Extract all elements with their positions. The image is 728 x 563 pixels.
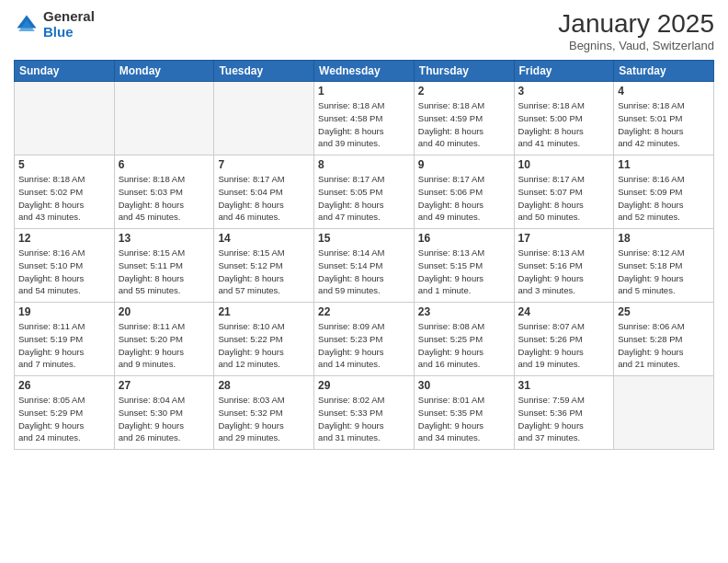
calendar-cell: 19Sunrise: 8:11 AM Sunset: 5:19 PM Dayli… — [15, 303, 115, 376]
calendar-cell: 24Sunrise: 8:07 AM Sunset: 5:26 PM Dayli… — [514, 303, 614, 376]
logo-blue: Blue — [43, 24, 74, 40]
calendar-cell: 8Sunrise: 8:17 AM Sunset: 5:05 PM Daylig… — [314, 155, 415, 229]
day-info: Sunrise: 8:13 AM Sunset: 5:16 PM Dayligh… — [518, 247, 610, 297]
day-info: Sunrise: 8:10 AM Sunset: 5:22 PM Dayligh… — [218, 320, 310, 371]
day-info: Sunrise: 8:17 AM Sunset: 5:04 PM Dayligh… — [218, 173, 310, 224]
day-info: Sunrise: 8:18 AM Sunset: 5:03 PM Dayligh… — [119, 173, 210, 224]
calendar-cell: 22Sunrise: 8:09 AM Sunset: 5:23 PM Dayli… — [314, 303, 415, 376]
day-info: Sunrise: 8:17 AM Sunset: 5:06 PM Dayligh… — [418, 173, 510, 224]
header: General Blue January 2025 Begnins, Vaud,… — [14, 9, 714, 52]
calendar-week-row: 26Sunrise: 8:05 AM Sunset: 5:29 PM Dayli… — [15, 376, 714, 450]
day-info: Sunrise: 8:01 AM Sunset: 5:35 PM Dayligh… — [418, 394, 510, 444]
calendar-cell: 6Sunrise: 8:18 AM Sunset: 5:03 PM Daylig… — [114, 155, 214, 229]
calendar-cell: 3Sunrise: 8:18 AM Sunset: 5:00 PM Daylig… — [514, 82, 614, 155]
day-info: Sunrise: 8:12 AM Sunset: 5:18 PM Dayligh… — [618, 247, 710, 297]
day-number: 3 — [518, 85, 610, 98]
day-of-week-header: Monday — [114, 61, 214, 82]
day-number: 20 — [119, 305, 210, 318]
calendar-week-row: 5Sunrise: 8:18 AM Sunset: 5:02 PM Daylig… — [15, 155, 714, 229]
calendar-cell: 28Sunrise: 8:03 AM Sunset: 5:32 PM Dayli… — [214, 376, 314, 450]
day-info: Sunrise: 8:09 AM Sunset: 5:23 PM Dayligh… — [318, 320, 410, 371]
calendar-cell: 15Sunrise: 8:14 AM Sunset: 5:14 PM Dayli… — [314, 229, 415, 303]
logo: General Blue — [14, 9, 95, 40]
day-info: Sunrise: 8:11 AM Sunset: 5:20 PM Dayligh… — [119, 320, 210, 371]
day-of-week-header: Tuesday — [214, 61, 314, 82]
day-number: 1 — [318, 85, 410, 98]
day-number: 19 — [18, 305, 110, 318]
day-info: Sunrise: 8:03 AM Sunset: 5:32 PM Dayligh… — [218, 394, 310, 444]
day-info: Sunrise: 8:18 AM Sunset: 4:59 PM Dayligh… — [418, 99, 510, 150]
day-number: 18 — [618, 232, 710, 245]
calendar-cell: 27Sunrise: 8:04 AM Sunset: 5:30 PM Dayli… — [114, 376, 214, 450]
day-info: Sunrise: 8:16 AM Sunset: 5:09 PM Dayligh… — [618, 173, 710, 224]
calendar-cell — [15, 82, 115, 155]
logo-general: General — [43, 8, 95, 24]
day-number: 28 — [218, 379, 310, 392]
day-number: 4 — [618, 85, 710, 98]
calendar-cell: 17Sunrise: 8:13 AM Sunset: 5:16 PM Dayli… — [514, 229, 614, 303]
logo-icon — [14, 12, 40, 38]
day-info: Sunrise: 8:18 AM Sunset: 5:02 PM Dayligh… — [18, 173, 110, 224]
day-info: Sunrise: 8:11 AM Sunset: 5:19 PM Dayligh… — [18, 320, 110, 371]
day-number: 13 — [119, 232, 210, 245]
day-number: 30 — [418, 379, 510, 392]
day-number: 22 — [318, 305, 410, 318]
calendar-week-row: 12Sunrise: 8:16 AM Sunset: 5:10 PM Dayli… — [15, 229, 714, 303]
day-of-week-header: Friday — [514, 61, 614, 82]
calendar-cell: 23Sunrise: 8:08 AM Sunset: 5:25 PM Dayli… — [414, 303, 514, 376]
day-number: 29 — [318, 379, 410, 392]
calendar-cell: 20Sunrise: 8:11 AM Sunset: 5:20 PM Dayli… — [114, 303, 214, 376]
day-number: 11 — [618, 158, 710, 171]
day-info: Sunrise: 8:08 AM Sunset: 5:25 PM Dayligh… — [418, 320, 510, 371]
day-of-week-header: Saturday — [614, 61, 714, 82]
calendar-cell: 2Sunrise: 8:18 AM Sunset: 4:59 PM Daylig… — [414, 82, 514, 155]
calendar-cell: 4Sunrise: 8:18 AM Sunset: 5:01 PM Daylig… — [614, 82, 714, 155]
day-number: 7 — [218, 158, 310, 171]
day-info: Sunrise: 8:04 AM Sunset: 5:30 PM Dayligh… — [119, 394, 210, 444]
day-number: 26 — [18, 379, 110, 392]
day-number: 10 — [518, 158, 610, 171]
day-info: Sunrise: 8:13 AM Sunset: 5:15 PM Dayligh… — [418, 247, 510, 297]
day-info: Sunrise: 8:06 AM Sunset: 5:28 PM Dayligh… — [618, 320, 710, 371]
day-number: 16 — [418, 232, 510, 245]
day-info: Sunrise: 8:15 AM Sunset: 5:11 PM Dayligh… — [119, 247, 210, 297]
page: General Blue January 2025 Begnins, Vaud,… — [0, 0, 728, 563]
calendar-cell — [614, 376, 714, 450]
day-number: 25 — [618, 305, 710, 318]
calendar-cell: 5Sunrise: 8:18 AM Sunset: 5:02 PM Daylig… — [15, 155, 115, 229]
day-number: 17 — [518, 232, 610, 245]
day-number: 24 — [518, 305, 610, 318]
day-number: 14 — [218, 232, 310, 245]
calendar: SundayMondayTuesdayWednesdayThursdayFrid… — [14, 60, 714, 450]
calendar-cell: 7Sunrise: 8:17 AM Sunset: 5:04 PM Daylig… — [214, 155, 314, 229]
day-of-week-header: Thursday — [414, 61, 514, 82]
day-info: Sunrise: 8:17 AM Sunset: 5:05 PM Dayligh… — [318, 173, 410, 224]
day-number: 27 — [119, 379, 210, 392]
day-info: Sunrise: 8:18 AM Sunset: 5:00 PM Dayligh… — [518, 99, 610, 150]
calendar-cell: 11Sunrise: 8:16 AM Sunset: 5:09 PM Dayli… — [614, 155, 714, 229]
day-info: Sunrise: 8:14 AM Sunset: 5:14 PM Dayligh… — [318, 247, 410, 297]
day-number: 21 — [218, 305, 310, 318]
calendar-cell: 21Sunrise: 8:10 AM Sunset: 5:22 PM Dayli… — [214, 303, 314, 376]
calendar-cell: 1Sunrise: 8:18 AM Sunset: 4:58 PM Daylig… — [314, 82, 415, 155]
calendar-cell: 10Sunrise: 8:17 AM Sunset: 5:07 PM Dayli… — [514, 155, 614, 229]
day-of-week-header: Wednesday — [314, 61, 415, 82]
calendar-cell: 26Sunrise: 8:05 AM Sunset: 5:29 PM Dayli… — [15, 376, 115, 450]
calendar-cell — [214, 82, 314, 155]
day-info: Sunrise: 8:02 AM Sunset: 5:33 PM Dayligh… — [318, 394, 410, 444]
day-info: Sunrise: 8:18 AM Sunset: 5:01 PM Dayligh… — [618, 99, 710, 150]
calendar-week-row: 1Sunrise: 8:18 AM Sunset: 4:58 PM Daylig… — [15, 82, 714, 155]
calendar-cell: 29Sunrise: 8:02 AM Sunset: 5:33 PM Dayli… — [314, 376, 415, 450]
day-info: Sunrise: 8:18 AM Sunset: 4:58 PM Dayligh… — [318, 99, 410, 150]
day-number: 2 — [418, 85, 510, 98]
day-number: 31 — [518, 379, 610, 392]
day-info: Sunrise: 8:17 AM Sunset: 5:07 PM Dayligh… — [518, 173, 610, 224]
calendar-cell: 18Sunrise: 8:12 AM Sunset: 5:18 PM Dayli… — [614, 229, 714, 303]
day-number: 12 — [18, 232, 110, 245]
day-number: 6 — [119, 158, 210, 171]
day-of-week-header: Sunday — [15, 61, 115, 82]
calendar-cell: 9Sunrise: 8:17 AM Sunset: 5:06 PM Daylig… — [414, 155, 514, 229]
calendar-week-row: 19Sunrise: 8:11 AM Sunset: 5:19 PM Dayli… — [15, 303, 714, 376]
calendar-cell: 25Sunrise: 8:06 AM Sunset: 5:28 PM Dayli… — [614, 303, 714, 376]
day-info: Sunrise: 8:05 AM Sunset: 5:29 PM Dayligh… — [18, 394, 110, 444]
